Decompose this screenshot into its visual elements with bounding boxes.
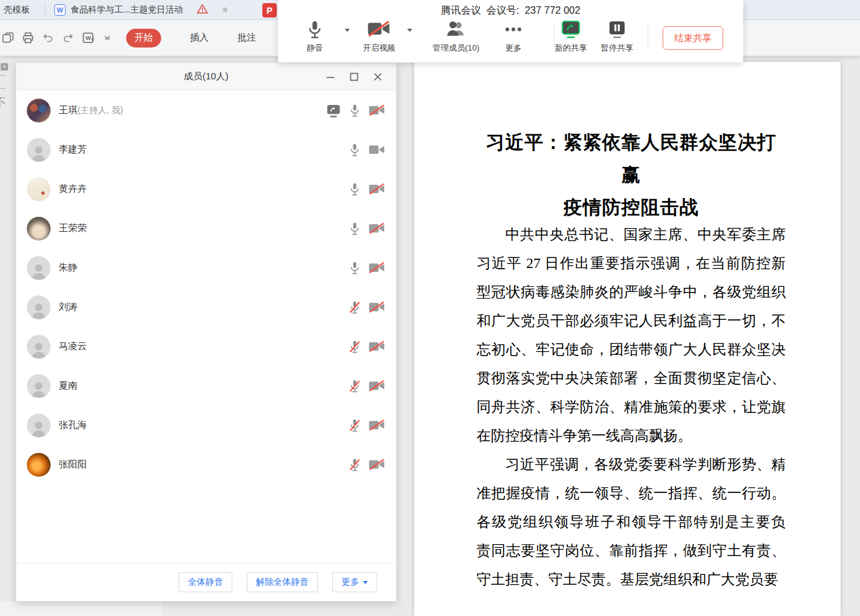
- more-members-button[interactable]: 更多: [332, 572, 377, 592]
- member-status-icons: [348, 418, 385, 433]
- member-row[interactable]: 黄卉卉: [16, 169, 396, 209]
- camera-icon[interactable]: [368, 182, 385, 196]
- print-icon[interactable]: [21, 31, 35, 45]
- mic-icon[interactable]: [348, 418, 362, 433]
- avatar: [27, 453, 51, 477]
- mic-icon[interactable]: [348, 142, 362, 157]
- member-panel-footer: 全体静音 解除全体静音 更多: [16, 563, 396, 601]
- wps-tab-active-document[interactable]: W 食品科学与工...主题党日活动: [54, 4, 227, 16]
- member-row[interactable]: 朱静: [16, 248, 396, 287]
- pause-share-button[interactable]: 暂停共享: [598, 19, 636, 58]
- minimize-icon[interactable]: [319, 67, 342, 86]
- camera-icon[interactable]: [368, 261, 385, 274]
- unmute-all-button[interactable]: 解除全体静音: [247, 572, 318, 592]
- member-row[interactable]: 王荣荣: [16, 209, 396, 248]
- mute-all-button[interactable]: 全体静音: [179, 572, 232, 592]
- ribbon-tab-start[interactable]: 开始: [126, 29, 161, 47]
- member-row[interactable]: 夏南: [16, 366, 396, 405]
- more-button[interactable]: 更多: [498, 19, 529, 58]
- mic-icon[interactable]: [348, 261, 362, 276]
- member-row[interactable]: 王琪 (主持人, 我): [16, 91, 396, 130]
- camera-icon[interactable]: [368, 340, 385, 353]
- document-warning-icon[interactable]: [197, 4, 208, 16]
- svg-text:W: W: [86, 35, 91, 41]
- doc-line: 型冠状病毒感染肺炎的严峻斗争中，各级党组织: [477, 278, 786, 307]
- maximize-icon[interactable]: [342, 67, 366, 86]
- redo-icon[interactable]: [61, 31, 75, 45]
- doc-line: 在防控疫情斗争第一线高高飘扬。: [477, 422, 786, 450]
- window-icon[interactable]: [1, 31, 15, 45]
- start-video-button[interactable]: 开启视频: [363, 19, 395, 58]
- member-role: (主持人, 我): [77, 105, 123, 116]
- new-share-button[interactable]: 新的共享: [551, 19, 590, 58]
- mic-icon[interactable]: [348, 300, 362, 315]
- doc-line: 忘初心、牢记使命，团结带领广大人民群众坚决: [477, 335, 786, 364]
- mic-icon[interactable]: [348, 221, 362, 236]
- member-row[interactable]: 马凌云: [16, 327, 396, 366]
- mic-icon[interactable]: [348, 457, 362, 472]
- sharing-indicator-icon[interactable]: [326, 103, 341, 118]
- member-panel-title: 成员(10人): [184, 71, 229, 82]
- camera-icon[interactable]: [368, 419, 385, 432]
- doc-line: 习近平 27 日作出重要指示强调，在当前防控新: [477, 249, 786, 278]
- mic-icon[interactable]: [348, 103, 362, 118]
- collapse-icon[interactable]: [102, 33, 112, 43]
- person-silhouette-icon: [29, 261, 48, 280]
- pause-share-icon: [606, 19, 628, 39]
- camera-icon[interactable]: [368, 379, 385, 392]
- member-status-icons: [348, 261, 385, 276]
- member-status-icons: [348, 142, 385, 157]
- meeting-title: 腾讯会议 会议号: 237 772 002: [278, 0, 743, 17]
- member-name: 张孔海: [59, 419, 87, 431]
- member-row[interactable]: 李建芳: [16, 130, 396, 169]
- member-name: 李建芳: [59, 144, 87, 156]
- member-status-icons: [348, 300, 385, 315]
- person-silhouette-icon: [29, 301, 48, 319]
- undo-icon[interactable]: [41, 31, 55, 45]
- new-share-icon: [560, 19, 581, 39]
- member-status-icons: [348, 379, 385, 394]
- camera-icon[interactable]: [368, 222, 385, 235]
- end-share-button[interactable]: 结束共享: [663, 26, 723, 50]
- mute-button[interactable]: 静音: [305, 19, 324, 58]
- word-export-icon[interactable]: W: [81, 31, 96, 46]
- ribbon-tab-comment[interactable]: 批注: [237, 32, 256, 44]
- person-silhouette-icon: [29, 379, 48, 398]
- doc-line: 同舟共济、科学防治、精准施策的要求，让党旗: [477, 393, 786, 422]
- member-status-icons: [326, 103, 385, 118]
- chevron-down-icon: [363, 581, 368, 584]
- doc-line: 贯彻落实党中央决策部署，全面贯彻坚定信心、: [477, 364, 786, 393]
- avatar: [27, 335, 51, 359]
- member-list: 王琪 (主持人, 我): [16, 91, 396, 484]
- member-row[interactable]: 刘涛: [16, 287, 396, 327]
- mic-icon[interactable]: [348, 339, 362, 354]
- document-page: 习近平：紧紧依靠人民群众坚决打赢疫情防控阻击战 中共中央总书记、国家主席、中央军…: [414, 62, 841, 616]
- status-dot-icon: [223, 7, 227, 12]
- mic-icon[interactable]: [348, 379, 362, 394]
- member-name: 张阳阳: [59, 459, 87, 470]
- more-dots-icon: [503, 19, 524, 39]
- active-document-title: 食品科学与工...主题党日活动: [71, 4, 183, 16]
- background-patch: [0, 602, 162, 616]
- mic-options-chevron-icon[interactable]: [345, 29, 350, 32]
- video-options-chevron-icon[interactable]: [407, 29, 412, 32]
- camera-icon[interactable]: [368, 104, 385, 117]
- member-name: 黄卉卉: [59, 183, 87, 195]
- avatar: [27, 374, 51, 398]
- member-row[interactable]: 张孔海: [16, 405, 396, 445]
- edge-fragment-text: 不: [0, 95, 6, 109]
- mic-icon[interactable]: [348, 182, 362, 197]
- camera-icon[interactable]: [368, 301, 385, 314]
- quick-access-toolbar: W: [0, 31, 112, 46]
- camera-icon[interactable]: [368, 458, 385, 471]
- screen: 壳模板 W 食品科学与工...主题党日活动 P W 开始 插入 批注 编辑 页 …: [0, 0, 860, 616]
- member-row[interactable]: 张阳阳: [16, 445, 396, 484]
- camera-icon[interactable]: [368, 143, 385, 156]
- window-controls: [319, 63, 390, 91]
- manage-members-button[interactable]: 管理成员(10): [428, 19, 484, 58]
- ribbon-tab-insert[interactable]: 插入: [190, 32, 209, 44]
- ppt-app-icon[interactable]: P: [262, 3, 277, 17]
- wps-tab-template[interactable]: 壳模板: [0, 4, 36, 16]
- close-icon[interactable]: [366, 67, 390, 86]
- doc-line: 守土担责、守土尽责。基层党组织和广大党员要: [477, 565, 786, 594]
